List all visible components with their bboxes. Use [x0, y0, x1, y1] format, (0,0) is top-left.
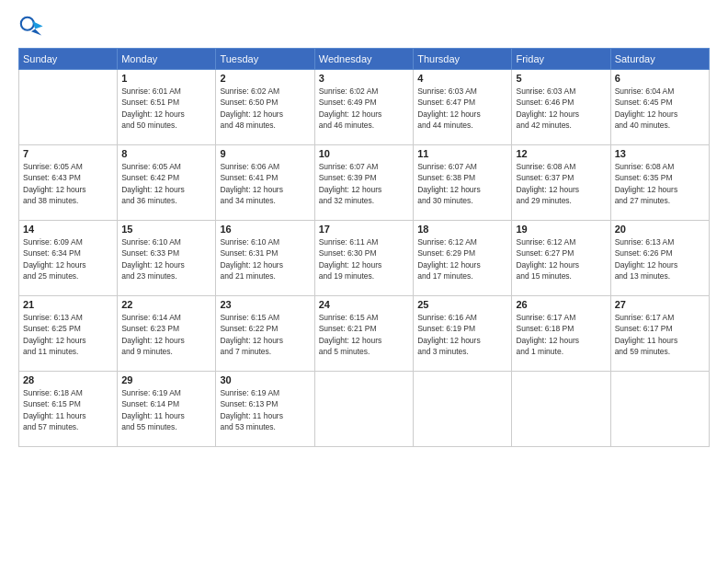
- day-info: Sunrise: 6:02 AM Sunset: 6:49 PM Dayligh…: [319, 86, 409, 131]
- calendar-cell: 18Sunrise: 6:12 AM Sunset: 6:29 PM Dayli…: [414, 221, 512, 296]
- day-info: Sunrise: 6:04 AM Sunset: 6:45 PM Dayligh…: [615, 86, 705, 131]
- day-number: 26: [516, 299, 606, 310]
- week-row-1: 1Sunrise: 6:01 AM Sunset: 6:51 PM Daylig…: [19, 70, 710, 145]
- calendar-cell: 27Sunrise: 6:17 AM Sunset: 6:17 PM Dayli…: [610, 296, 709, 372]
- day-number: 11: [417, 148, 507, 159]
- calendar-cell: 29Sunrise: 6:19 AM Sunset: 6:14 PM Dayli…: [118, 372, 216, 447]
- calendar-cell: 19Sunrise: 6:12 AM Sunset: 6:27 PM Dayli…: [512, 221, 610, 296]
- day-info: Sunrise: 6:19 AM Sunset: 6:14 PM Dayligh…: [121, 387, 211, 432]
- day-info: Sunrise: 6:12 AM Sunset: 6:29 PM Dayligh…: [417, 236, 507, 282]
- logo-icon: [18, 15, 44, 40]
- day-info: Sunrise: 6:13 AM Sunset: 6:25 PM Dayligh…: [23, 312, 113, 357]
- day-number: 21: [23, 299, 113, 310]
- calendar-table: SundayMondayTuesdayWednesdayThursdayFrid…: [18, 48, 710, 447]
- day-info: Sunrise: 6:19 AM Sunset: 6:13 PM Dayligh…: [220, 387, 310, 432]
- svg-marker-2: [31, 29, 41, 35]
- calendar-cell: 5Sunrise: 6:03 AM Sunset: 6:46 PM Daylig…: [512, 70, 610, 145]
- calendar-cell: [414, 372, 512, 447]
- day-number: 18: [417, 224, 507, 235]
- calendar-cell: 21Sunrise: 6:13 AM Sunset: 6:25 PM Dayli…: [19, 296, 118, 372]
- day-info: Sunrise: 6:05 AM Sunset: 6:43 PM Dayligh…: [23, 161, 113, 206]
- day-info: Sunrise: 6:15 AM Sunset: 6:22 PM Dayligh…: [220, 312, 310, 357]
- day-number: 24: [319, 299, 409, 310]
- calendar-cell: 8Sunrise: 6:05 AM Sunset: 6:42 PM Daylig…: [118, 145, 216, 221]
- day-number: 4: [417, 73, 507, 84]
- day-info: Sunrise: 6:15 AM Sunset: 6:21 PM Dayligh…: [319, 312, 409, 357]
- day-info: Sunrise: 6:14 AM Sunset: 6:23 PM Dayligh…: [121, 312, 211, 357]
- day-info: Sunrise: 6:03 AM Sunset: 6:47 PM Dayligh…: [417, 86, 507, 131]
- calendar-header-sunday: Sunday: [19, 49, 118, 70]
- calendar-header-tuesday: Tuesday: [216, 49, 314, 70]
- day-number: 13: [615, 148, 705, 159]
- calendar-cell: 26Sunrise: 6:17 AM Sunset: 6:18 PM Dayli…: [512, 296, 610, 372]
- day-info: Sunrise: 6:17 AM Sunset: 6:17 PM Dayligh…: [615, 312, 705, 357]
- calendar-cell: 22Sunrise: 6:14 AM Sunset: 6:23 PM Dayli…: [118, 296, 216, 372]
- day-info: Sunrise: 6:07 AM Sunset: 6:39 PM Dayligh…: [319, 161, 409, 206]
- calendar-cell: 13Sunrise: 6:08 AM Sunset: 6:35 PM Dayli…: [610, 145, 709, 221]
- day-number: 10: [319, 148, 409, 159]
- day-info: Sunrise: 6:08 AM Sunset: 6:35 PM Dayligh…: [615, 161, 705, 206]
- calendar-cell: [19, 70, 118, 145]
- day-number: 22: [121, 299, 211, 310]
- calendar-cell: 7Sunrise: 6:05 AM Sunset: 6:43 PM Daylig…: [19, 145, 118, 221]
- calendar-cell: [314, 372, 413, 447]
- calendar-cell: 3Sunrise: 6:02 AM Sunset: 6:49 PM Daylig…: [314, 70, 413, 145]
- calendar-header-saturday: Saturday: [610, 49, 709, 70]
- day-info: Sunrise: 6:10 AM Sunset: 6:33 PM Dayligh…: [121, 236, 211, 282]
- calendar-cell: 11Sunrise: 6:07 AM Sunset: 6:38 PM Dayli…: [414, 145, 512, 221]
- day-number: 16: [220, 224, 310, 235]
- calendar-cell: 14Sunrise: 6:09 AM Sunset: 6:34 PM Dayli…: [19, 221, 118, 296]
- day-info: Sunrise: 6:13 AM Sunset: 6:26 PM Dayligh…: [615, 236, 705, 282]
- day-number: 17: [319, 224, 409, 235]
- calendar-cell: 24Sunrise: 6:15 AM Sunset: 6:21 PM Dayli…: [314, 296, 413, 372]
- calendar-cell: 9Sunrise: 6:06 AM Sunset: 6:41 PM Daylig…: [216, 145, 314, 221]
- day-number: 6: [615, 73, 705, 84]
- calendar-cell: 10Sunrise: 6:07 AM Sunset: 6:39 PM Dayli…: [314, 145, 413, 221]
- calendar-cell: 28Sunrise: 6:18 AM Sunset: 6:15 PM Dayli…: [19, 372, 118, 447]
- calendar-header-row: SundayMondayTuesdayWednesdayThursdayFrid…: [19, 49, 710, 70]
- day-number: 7: [23, 148, 113, 159]
- day-info: Sunrise: 6:16 AM Sunset: 6:19 PM Dayligh…: [417, 312, 507, 357]
- week-row-2: 7Sunrise: 6:05 AM Sunset: 6:43 PM Daylig…: [19, 145, 710, 221]
- day-info: Sunrise: 6:11 AM Sunset: 6:30 PM Dayligh…: [319, 236, 409, 282]
- calendar-cell: 2Sunrise: 6:02 AM Sunset: 6:50 PM Daylig…: [216, 70, 314, 145]
- calendar-cell: 4Sunrise: 6:03 AM Sunset: 6:47 PM Daylig…: [414, 70, 512, 145]
- day-info: Sunrise: 6:02 AM Sunset: 6:50 PM Dayligh…: [220, 86, 310, 131]
- logo: [18, 15, 48, 40]
- day-info: Sunrise: 6:07 AM Sunset: 6:38 PM Dayligh…: [417, 161, 507, 206]
- day-info: Sunrise: 6:17 AM Sunset: 6:18 PM Dayligh…: [516, 312, 606, 357]
- day-info: Sunrise: 6:05 AM Sunset: 6:42 PM Dayligh…: [121, 161, 211, 206]
- day-number: 15: [121, 224, 211, 235]
- day-info: Sunrise: 6:03 AM Sunset: 6:46 PM Dayligh…: [516, 86, 606, 131]
- day-info: Sunrise: 6:09 AM Sunset: 6:34 PM Dayligh…: [23, 236, 113, 282]
- svg-marker-1: [32, 21, 42, 29]
- calendar-cell: 25Sunrise: 6:16 AM Sunset: 6:19 PM Dayli…: [414, 296, 512, 372]
- calendar-cell: 1Sunrise: 6:01 AM Sunset: 6:51 PM Daylig…: [118, 70, 216, 145]
- day-number: 12: [516, 148, 606, 159]
- week-row-4: 21Sunrise: 6:13 AM Sunset: 6:25 PM Dayli…: [19, 296, 710, 372]
- svg-point-0: [21, 17, 34, 30]
- calendar-cell: 6Sunrise: 6:04 AM Sunset: 6:45 PM Daylig…: [610, 70, 709, 145]
- day-info: Sunrise: 6:06 AM Sunset: 6:41 PM Dayligh…: [220, 161, 310, 206]
- calendar-header-thursday: Thursday: [414, 49, 512, 70]
- header: [18, 15, 710, 40]
- day-number: 25: [417, 299, 507, 310]
- calendar-cell: 20Sunrise: 6:13 AM Sunset: 6:26 PM Dayli…: [610, 221, 709, 296]
- calendar-header-monday: Monday: [118, 49, 216, 70]
- day-number: 8: [121, 148, 211, 159]
- calendar-cell: 12Sunrise: 6:08 AM Sunset: 6:37 PM Dayli…: [512, 145, 610, 221]
- week-row-5: 28Sunrise: 6:18 AM Sunset: 6:15 PM Dayli…: [19, 372, 710, 447]
- week-row-3: 14Sunrise: 6:09 AM Sunset: 6:34 PM Dayli…: [19, 221, 710, 296]
- day-info: Sunrise: 6:08 AM Sunset: 6:37 PM Dayligh…: [516, 161, 606, 206]
- day-number: 20: [615, 224, 705, 235]
- day-info: Sunrise: 6:18 AM Sunset: 6:15 PM Dayligh…: [23, 387, 113, 432]
- calendar-cell: 17Sunrise: 6:11 AM Sunset: 6:30 PM Dayli…: [314, 221, 413, 296]
- day-number: 1: [121, 73, 211, 84]
- day-number: 28: [23, 374, 113, 385]
- page: SundayMondayTuesdayWednesdayThursdayFrid…: [0, 0, 728, 563]
- calendar-header-wednesday: Wednesday: [314, 49, 413, 70]
- calendar-cell: 15Sunrise: 6:10 AM Sunset: 6:33 PM Dayli…: [118, 221, 216, 296]
- calendar-cell: 23Sunrise: 6:15 AM Sunset: 6:22 PM Dayli…: [216, 296, 314, 372]
- calendar-cell: 30Sunrise: 6:19 AM Sunset: 6:13 PM Dayli…: [216, 372, 314, 447]
- day-number: 30: [220, 374, 310, 385]
